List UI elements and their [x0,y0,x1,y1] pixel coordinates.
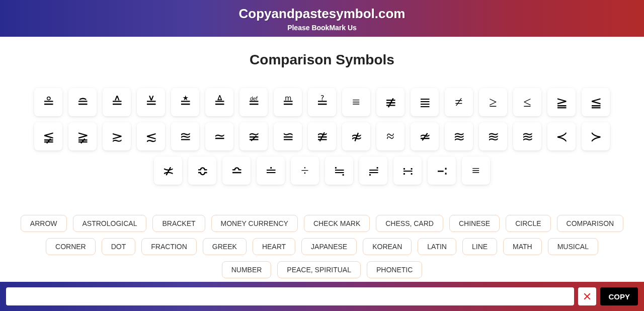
category-pill[interactable]: JAPANESE [301,238,357,255]
copy-button[interactable]: COPY [600,287,638,305]
category-pill[interactable]: FRACTION [141,238,197,255]
clear-button[interactable] [578,287,596,305]
copy-input[interactable] [6,287,574,305]
main-content: Comparison Symbols ≗≘≙≚≛≜≝≞≟≡≢≣≠≥≤≧≦≨≩≳≲… [0,37,644,294]
symbol-card[interactable]: ≌ [274,122,302,150]
symbol-grid: ≗≘≙≚≛≜≝≞≟≡≢≣≠≥≤≧≦≨≩≳≲≊≃≆≌≇≉≈≄≋≋≋≺≻≭≎≏≐÷≒… [33,88,611,185]
symbol-card[interactable]: ≟ [308,88,336,116]
symbol-card[interactable]: ≞ [274,88,302,116]
symbol-card[interactable]: ≉ [342,122,370,150]
category-pill[interactable]: PEACE, SPIRITUAL [277,261,361,278]
symbol-card[interactable]: ≗ [34,88,62,116]
symbol-card[interactable]: ≄ [411,122,439,150]
symbol-card[interactable]: ÷ [291,157,319,185]
symbol-card[interactable]: ≘ [68,88,97,116]
symbol-card[interactable]: ≋ [479,122,507,150]
category-pill[interactable]: CORNER [46,238,96,255]
symbol-card[interactable]: ≓ [359,157,387,185]
symbol-card[interactable]: ≆ [239,122,268,150]
symbol-card[interactable]: ≙ [103,88,131,116]
category-pill[interactable]: KOREAN [363,238,412,255]
category-pill[interactable]: ASTROLOGICAL [73,215,147,232]
category-pill[interactable]: DOT [102,238,136,255]
symbol-card[interactable]: ≻ [582,122,610,150]
site-title: Copyandpastesymbol.com [0,6,644,22]
category-pill[interactable]: MONEY CURRENCY [211,215,298,232]
symbol-card[interactable]: ≨ [34,122,62,150]
category-pill[interactable]: CHESS, CARD [376,215,443,232]
symbol-card[interactable]: ≜ [205,88,233,116]
category-pill[interactable]: CIRCLE [506,215,550,232]
symbol-card[interactable]: ≢ [376,88,405,116]
symbol-card[interactable]: ≊ [171,122,199,150]
symbol-card[interactable]: ≥ [479,88,507,116]
symbol-card[interactable]: ≭ [154,157,182,185]
symbol-card[interactable]: ≩ [68,122,97,150]
symbol-card[interactable]: ≋ [513,122,541,150]
symbol-card[interactable]: ≡ [462,157,490,185]
symbol-card[interactable]: ≺ [547,122,576,150]
symbol-card[interactable]: ≈ [376,122,405,150]
symbol-card[interactable]: ≦ [582,88,610,116]
category-pill[interactable]: LINE [462,238,497,255]
site-subtitle: Please BookMark Us [0,24,644,32]
category-pill[interactable]: BRACKET [152,215,205,232]
category-pill[interactable]: GREEK [203,238,247,255]
symbol-card[interactable]: ≳ [103,122,131,150]
symbol-card[interactable]: ≤ [513,88,541,116]
symbol-card[interactable]: ≐ [257,157,285,185]
category-pill[interactable]: LATIN [418,238,456,255]
category-row: ARROWASTROLOGICALBRACKETMONEY CURRENCYCH… [20,215,624,278]
category-pill[interactable]: CHINESE [449,215,500,232]
symbol-card[interactable]: ≇ [308,122,336,150]
category-pill[interactable]: COMPARISON [557,215,624,232]
page-title: Comparison Symbols [20,52,624,68]
category-pill[interactable]: HEART [253,238,295,255]
symbol-card[interactable]: ∺ [393,157,422,185]
symbol-card[interactable]: ≣ [411,88,439,116]
category-pill[interactable]: MUSICAL [548,238,598,255]
symbol-card[interactable]: ≏ [222,157,251,185]
symbol-card[interactable]: ≃ [205,122,233,150]
symbol-card[interactable]: ≡ [342,88,370,116]
category-pill[interactable]: MATH [503,238,542,255]
symbol-card[interactable]: ≲ [137,122,165,150]
symbol-card[interactable]: ≋ [445,122,473,150]
site-header: Copyandpastesymbol.com Please BookMark U… [0,0,644,37]
symbol-card[interactable]: ≠ [445,88,473,116]
symbol-card[interactable]: ≛ [171,88,199,116]
bottom-bar: COPY [0,282,644,311]
category-pill[interactable]: PHONETIC [367,261,422,278]
symbol-card[interactable]: ≒ [325,157,353,185]
symbol-card[interactable]: ∹ [428,157,456,185]
symbol-card[interactable]: ≚ [137,88,165,116]
category-pill[interactable]: ARROW [21,215,67,232]
category-pill[interactable]: NUMBER [222,261,272,278]
close-icon [583,292,592,301]
symbol-card[interactable]: ≝ [239,88,268,116]
symbol-card[interactable]: ≎ [188,157,216,185]
category-pill[interactable]: CHECK MARK [304,215,370,232]
symbol-card[interactable]: ≧ [547,88,576,116]
